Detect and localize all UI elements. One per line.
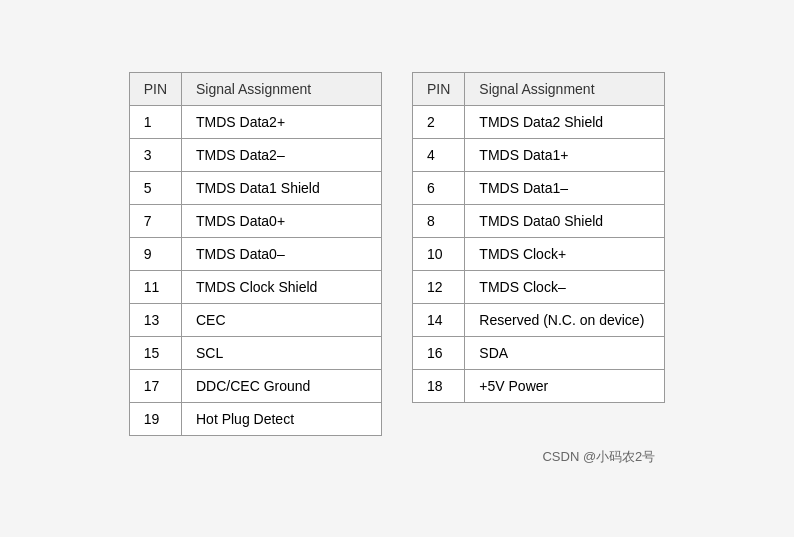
- table-row: 4TMDS Data1+: [413, 138, 665, 171]
- signal-cell: TMDS Data1–: [465, 171, 665, 204]
- pin-cell: 2: [413, 105, 465, 138]
- table-row: 18+5V Power: [413, 369, 665, 402]
- pin-cell: 13: [129, 303, 181, 336]
- table-row: 9TMDS Data0–: [129, 237, 381, 270]
- signal-cell: TMDS Data0–: [182, 237, 382, 270]
- pin-cell: 1: [129, 105, 181, 138]
- signal-cell: TMDS Data1 Shield: [182, 171, 382, 204]
- signal-cell: SCL: [182, 336, 382, 369]
- table-row: 15SCL: [129, 336, 381, 369]
- table-row: 1TMDS Data2+: [129, 105, 381, 138]
- signal-cell: TMDS Data2 Shield: [465, 105, 665, 138]
- pin-cell: 18: [413, 369, 465, 402]
- main-container: PIN Signal Assignment 1TMDS Data2+3TMDS …: [129, 72, 666, 466]
- pin-cell: 9: [129, 237, 181, 270]
- signal-cell: TMDS Data0+: [182, 204, 382, 237]
- footer: CSDN @小码农2号: [129, 448, 666, 466]
- pin-cell: 12: [413, 270, 465, 303]
- pin-cell: 15: [129, 336, 181, 369]
- right-pin-header: PIN: [413, 72, 465, 105]
- signal-cell: DDC/CEC Ground: [182, 369, 382, 402]
- pin-cell: 5: [129, 171, 181, 204]
- pin-cell: 17: [129, 369, 181, 402]
- pin-cell: 4: [413, 138, 465, 171]
- table-row: 3TMDS Data2–: [129, 138, 381, 171]
- signal-cell: Hot Plug Detect: [182, 402, 382, 435]
- table-row: 10TMDS Clock+: [413, 237, 665, 270]
- table-row: 8TMDS Data0 Shield: [413, 204, 665, 237]
- pin-cell: 8: [413, 204, 465, 237]
- table-row: 6TMDS Data1–: [413, 171, 665, 204]
- signal-cell: TMDS Data2–: [182, 138, 382, 171]
- pin-cell: 7: [129, 204, 181, 237]
- table-row: 12TMDS Clock–: [413, 270, 665, 303]
- left-pin-header: PIN: [129, 72, 181, 105]
- signal-cell: TMDS Clock+: [465, 237, 665, 270]
- pin-cell: 19: [129, 402, 181, 435]
- pin-cell: 14: [413, 303, 465, 336]
- left-table: PIN Signal Assignment 1TMDS Data2+3TMDS …: [129, 72, 382, 436]
- signal-cell: TMDS Clock Shield: [182, 270, 382, 303]
- table-row: 14Reserved (N.C. on device): [413, 303, 665, 336]
- tables-container: PIN Signal Assignment 1TMDS Data2+3TMDS …: [129, 72, 666, 436]
- signal-cell: Reserved (N.C. on device): [465, 303, 665, 336]
- pin-cell: 6: [413, 171, 465, 204]
- pin-cell: 3: [129, 138, 181, 171]
- left-table-header-row: PIN Signal Assignment: [129, 72, 381, 105]
- table-row: 5TMDS Data1 Shield: [129, 171, 381, 204]
- signal-cell: TMDS Clock–: [465, 270, 665, 303]
- right-table-header-row: PIN Signal Assignment: [413, 72, 665, 105]
- signal-cell: +5V Power: [465, 369, 665, 402]
- table-row: 17DDC/CEC Ground: [129, 369, 381, 402]
- table-row: 13CEC: [129, 303, 381, 336]
- pin-cell: 10: [413, 237, 465, 270]
- signal-cell: CEC: [182, 303, 382, 336]
- right-table: PIN Signal Assignment 2TMDS Data2 Shield…: [412, 72, 665, 403]
- table-row: 19Hot Plug Detect: [129, 402, 381, 435]
- left-signal-header: Signal Assignment: [182, 72, 382, 105]
- table-row: 7TMDS Data0+: [129, 204, 381, 237]
- signal-cell: TMDS Data0 Shield: [465, 204, 665, 237]
- table-row: 16SDA: [413, 336, 665, 369]
- footer-text: CSDN @小码农2号: [542, 449, 655, 464]
- table-row: 2TMDS Data2 Shield: [413, 105, 665, 138]
- pin-cell: 16: [413, 336, 465, 369]
- signal-cell: SDA: [465, 336, 665, 369]
- pin-cell: 11: [129, 270, 181, 303]
- right-signal-header: Signal Assignment: [465, 72, 665, 105]
- signal-cell: TMDS Data2+: [182, 105, 382, 138]
- signal-cell: TMDS Data1+: [465, 138, 665, 171]
- table-row: 11TMDS Clock Shield: [129, 270, 381, 303]
